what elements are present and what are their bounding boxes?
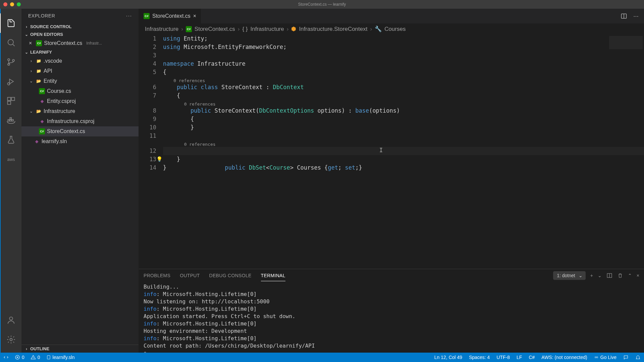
visualstudio-icon: ◈ bbox=[39, 98, 45, 104]
folder-icon: 📂 bbox=[36, 78, 42, 84]
terminal-line: Building... bbox=[144, 283, 639, 291]
chevron-right-icon: › bbox=[181, 26, 183, 33]
eol-status[interactable]: LF bbox=[517, 355, 522, 360]
file-label: Course.cs bbox=[47, 88, 71, 94]
tree-folder-infrastructure[interactable]: ⌄ 📂 Infrastructure bbox=[21, 106, 139, 116]
terminal-dropdown-icon[interactable]: ⌄ bbox=[598, 273, 602, 278]
editor-tab[interactable]: C# StoreContext.cs × bbox=[139, 9, 201, 23]
language-status[interactable]: C# bbox=[529, 355, 535, 360]
split-terminal-icon[interactable] bbox=[606, 273, 612, 279]
explorer-activity[interactable] bbox=[0, 13, 21, 33]
svg-point-12 bbox=[9, 317, 12, 320]
file-hint: Infrastr... bbox=[86, 41, 102, 46]
settings-activity[interactable] bbox=[0, 330, 22, 349]
breadcrumb-item[interactable]: Infrastructure bbox=[251, 26, 284, 33]
more-icon[interactable]: ⋯ bbox=[126, 12, 132, 19]
breadcrumb-item[interactable]: StoreContext.cs bbox=[195, 26, 235, 33]
golive-status[interactable]: Go Live bbox=[594, 355, 616, 360]
extensions-icon bbox=[6, 96, 16, 106]
folder-icon: 📁 bbox=[36, 68, 42, 74]
aws-activity[interactable]: aws bbox=[0, 149, 22, 169]
outline-section[interactable]: › OUTLINE bbox=[21, 345, 139, 353]
code-editor[interactable]: 12345 67 891011 121314 using Entity; usi… bbox=[139, 35, 644, 269]
activity-bottom bbox=[0, 310, 22, 349]
svg-point-1 bbox=[8, 59, 10, 61]
close-icon[interactable]: × bbox=[193, 13, 196, 19]
tab-label: StoreContext.cs bbox=[152, 13, 191, 19]
tree-file-storecontext[interactable]: C# StoreContext.cs bbox=[21, 126, 139, 136]
breadcrumb[interactable]: Infrastructure › C# StoreContext.cs › { … bbox=[139, 23, 644, 35]
tree-file-entity-csproj[interactable]: ◈ Entity.csproj bbox=[21, 96, 139, 106]
docker-activity[interactable] bbox=[0, 111, 22, 130]
folder-label: Infrastructure bbox=[44, 108, 75, 114]
close-icon[interactable]: × bbox=[29, 40, 32, 46]
tree-file-solution[interactable]: ◈ learnify.sln bbox=[21, 136, 139, 146]
testing-activity[interactable] bbox=[0, 130, 22, 149]
tree-folder-entity[interactable]: ⌄ 📂 Entity bbox=[21, 76, 139, 86]
extensions-activity[interactable] bbox=[0, 91, 22, 111]
chevron-right-icon: › bbox=[238, 26, 240, 33]
account-activity[interactable] bbox=[0, 310, 22, 330]
status-bar: document.currentScript.parentElement.cla… bbox=[0, 353, 644, 362]
cursor-position-status[interactable]: Ln 12, Col 49 bbox=[434, 355, 462, 360]
bell-status[interactable] bbox=[635, 355, 641, 360]
csharp-file-icon: C# bbox=[39, 128, 45, 134]
source-control-activity[interactable] bbox=[0, 52, 22, 72]
tab-debug-console[interactable]: DEBUG CONSOLE bbox=[209, 270, 252, 281]
remote-icon bbox=[3, 355, 9, 360]
search-icon bbox=[6, 38, 16, 47]
indentation-status[interactable]: Spaces: 4 bbox=[469, 355, 490, 360]
terminal-line: info: Microsoft.Hosting.Lifetime[0] bbox=[144, 305, 639, 313]
section-label: OUTLINE bbox=[30, 346, 49, 351]
search-activity[interactable] bbox=[0, 33, 22, 52]
errors-status[interactable]: 0 bbox=[15, 355, 24, 360]
feedback-status[interactable] bbox=[623, 355, 629, 360]
file-label: Entity.csproj bbox=[47, 98, 76, 104]
section-label: OPEN EDITORS bbox=[30, 32, 63, 37]
debug-activity[interactable] bbox=[0, 72, 22, 91]
tree-folder-api[interactable]: › 📁 API bbox=[21, 66, 139, 76]
gear-icon bbox=[6, 335, 16, 344]
explorer-title: EXPLORER bbox=[28, 13, 55, 18]
open-editors-section[interactable]: ⌄ OPEN EDITORS bbox=[21, 31, 139, 38]
chevron-right-icon: › bbox=[29, 59, 34, 63]
breadcrumb-item[interactable]: Courses bbox=[384, 26, 406, 33]
lightbulb-icon[interactable]: 💡 bbox=[156, 155, 163, 164]
tree-folder-vscode[interactable]: › 📁 .vscode bbox=[21, 56, 139, 66]
editor-area: C# StoreContext.cs × ⋯ Infrastructure › … bbox=[139, 9, 644, 353]
remote-status[interactable] bbox=[3, 355, 9, 360]
bottom-panel: PROBLEMS OUTPUT DEBUG CONSOLE TERMINAL 1… bbox=[139, 269, 644, 353]
terminal-output[interactable]: Building... info: Microsoft.Hosting.Life… bbox=[139, 282, 644, 353]
docker-icon bbox=[6, 116, 16, 125]
solution-status[interactable]: learnify.sln bbox=[46, 355, 75, 360]
code-content[interactable]: using Entity; using Microsoft.EntityFram… bbox=[163, 35, 644, 269]
tab-problems[interactable]: PROBLEMS bbox=[144, 270, 170, 281]
warnings-status[interactable]: 0 bbox=[31, 355, 40, 360]
tree-file-infra-csproj[interactable]: ◈ Infrastructure.csproj bbox=[21, 116, 139, 126]
open-editor-item[interactable]: × C# StoreContext.cs Infrastr... bbox=[21, 38, 139, 48]
breadcrumb-item[interactable]: Infrastructure bbox=[145, 26, 178, 33]
maximize-panel-icon[interactable]: ⌃ bbox=[628, 273, 632, 278]
account-icon bbox=[6, 315, 16, 325]
terminal-line: info: Microsoft.Hosting.Lifetime[0] bbox=[144, 320, 639, 327]
workspace-section[interactable]: ⌄ LEARNIFY bbox=[21, 48, 139, 56]
close-panel-icon[interactable]: × bbox=[637, 273, 639, 278]
chevron-down-icon: ⌄ bbox=[24, 32, 29, 37]
encoding-status[interactable]: UTF-8 bbox=[496, 355, 510, 360]
close-window-icon[interactable] bbox=[3, 2, 7, 6]
new-terminal-button[interactable]: + bbox=[590, 273, 593, 278]
more-icon[interactable]: ⋯ bbox=[633, 13, 639, 19]
explorer-sidebar: EXPLORER ⋯ › SOURCE CONTROL ⌄ OPEN EDITO… bbox=[21, 9, 139, 353]
split-editor-icon[interactable] bbox=[621, 13, 627, 19]
tree-file-course[interactable]: C# Course.cs bbox=[21, 86, 139, 96]
tab-output[interactable]: OUTPUT bbox=[180, 270, 200, 281]
trash-icon[interactable] bbox=[617, 273, 623, 279]
breadcrumb-item[interactable]: Infrastructure.StoreContext bbox=[299, 26, 367, 33]
tab-terminal[interactable]: TERMINAL bbox=[261, 270, 285, 281]
minimize-window-icon[interactable] bbox=[10, 2, 14, 6]
maximize-window-icon[interactable] bbox=[17, 2, 21, 6]
chevron-down-icon: ⌄ bbox=[29, 79, 34, 83]
terminal-select[interactable]: 1: dotnet bbox=[553, 271, 586, 280]
aws-status[interactable]: AWS: (not connected) bbox=[541, 355, 587, 360]
source-control-section[interactable]: › SOURCE CONTROL bbox=[21, 23, 139, 31]
